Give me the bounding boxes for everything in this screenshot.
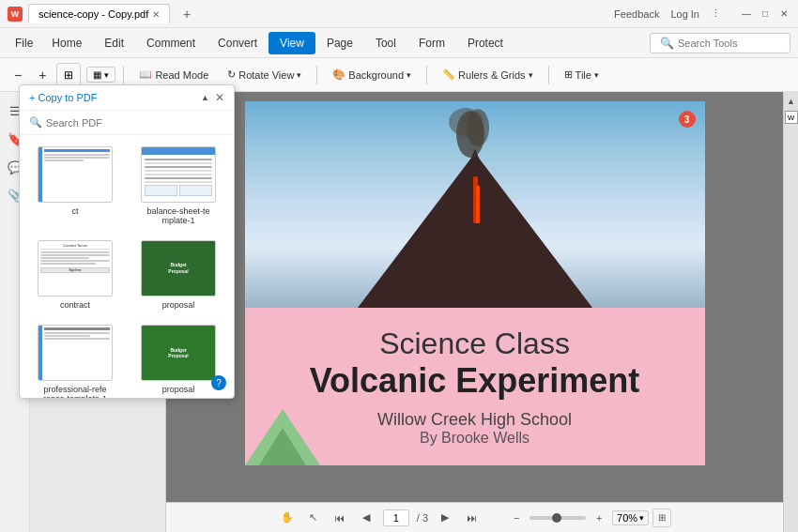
display-icon: ▦: [93, 69, 101, 80]
menu-page[interactable]: Page: [315, 32, 364, 54]
pdf-page: 3 Science Class Volcanic Experiment Will…: [245, 101, 705, 465]
rulers-grids-button[interactable]: 📏 Rulers & Grids ▾: [435, 65, 541, 84]
toolbar-separator-2: [316, 66, 317, 84]
popup-item-budget[interactable]: Budget Proposal proposal: [130, 236, 226, 313]
popup-grid: ct: [20, 135, 234, 398]
search-tools-input[interactable]: [678, 38, 780, 49]
rotate-caret: ▾: [297, 70, 301, 80]
menu-tool[interactable]: Tool: [364, 32, 407, 54]
first-page-button[interactable]: ⏮: [330, 509, 349, 527]
last-page-button[interactable]: ⏭: [462, 509, 481, 527]
popup-label-balance: balance-sheet-template-1: [146, 206, 209, 225]
view-options-button[interactable]: ⊞: [56, 63, 81, 87]
menu-view[interactable]: View: [269, 32, 315, 54]
svg-point-4: [449, 108, 483, 136]
menu-items: Home Edit Comment Convert View Page Tool…: [40, 32, 514, 54]
popup-label-proposal: proposal: [162, 385, 195, 394]
title-bar-left: W science-copy - Copy.pdf ✕ +: [8, 4, 198, 23]
tile-button[interactable]: ⊞ Tile ▾: [557, 65, 606, 84]
pdf-subtitle: Volcanic Experiment: [264, 361, 686, 401]
feedback-link[interactable]: Feedback: [614, 8, 659, 20]
popup-item-contract[interactable]: Contact Terms Sign here contract: [27, 236, 123, 313]
contract-thumb: Contact Terms Sign here: [38, 241, 112, 296]
badge-3: 3: [679, 111, 696, 128]
background-button[interactable]: 🎨 Background ▾: [325, 65, 419, 84]
app-tab[interactable]: science-copy - Copy.pdf ✕: [28, 4, 170, 23]
zoom-out-nav-button[interactable]: −: [507, 509, 526, 527]
bg-caret: ▾: [407, 70, 411, 80]
popup-header: + Copy to PDF ▲ ✕: [20, 85, 234, 111]
hand-tool-button[interactable]: ✋: [278, 509, 297, 527]
popup-item-professional[interactable]: professional-reference-template-1: [27, 321, 123, 398]
popup-help-button[interactable]: ?: [211, 375, 226, 390]
search-tools-bar[interactable]: 🔍: [650, 33, 790, 53]
page-input[interactable]: [383, 509, 409, 526]
popup-label-contract: contract: [60, 300, 90, 310]
app-icon: W: [8, 7, 23, 22]
menu-home[interactable]: Home: [40, 32, 93, 54]
svg-marker-1: [358, 153, 592, 308]
popup-close-button[interactable]: ✕: [215, 91, 224, 104]
rotate-view-button[interactable]: ↻ Rotate View ▾: [220, 65, 309, 84]
new-tab-button[interactable]: +: [176, 5, 198, 23]
maximize-button[interactable]: □: [759, 8, 772, 21]
fit-page-button[interactable]: ⊞: [652, 509, 671, 527]
menu-edit[interactable]: Edit: [93, 32, 135, 54]
read-mode-button[interactable]: 📖 Read Mode: [131, 65, 216, 84]
popup-scroll-up[interactable]: ▲: [201, 91, 209, 104]
panel-icon-button[interactable]: W: [785, 111, 798, 124]
menu-file[interactable]: File: [8, 33, 40, 53]
zoom-percent-select[interactable]: 70% ▾: [612, 510, 649, 525]
display-mode-button[interactable]: ▦ ▾: [86, 67, 115, 83]
zoom-out-button[interactable]: −: [8, 65, 28, 85]
menu-protect[interactable]: Protect: [456, 32, 514, 54]
menu-comment[interactable]: Comment: [135, 32, 207, 54]
zoom-in-button[interactable]: +: [32, 65, 53, 85]
menu-bar: File Home Edit Comment Convert View Page…: [0, 28, 798, 58]
proposal-thumb: BudgetProposal: [142, 326, 215, 380]
popup-label-professional: professional-reference-template-1: [43, 385, 107, 398]
window-controls: — □ ✕: [740, 8, 790, 21]
page-separator: / 3: [417, 512, 428, 524]
zoom-control: − + 70% ▾ ⊞: [507, 509, 671, 527]
popup-label-ct: ct: [71, 206, 78, 216]
zoom-percent-label: 70%: [617, 512, 637, 524]
pdf-nav-bar: ✋ ↖ ⏮ ◀ / 3 ▶ ⏭ − + 70% ▾ ⊞: [166, 502, 783, 532]
copy-to-pdf-button[interactable]: + Copy to PDF: [29, 92, 97, 103]
popup-search-input[interactable]: [46, 117, 224, 129]
popup-thumb-ct: [38, 146, 113, 203]
popup-search-bar: 🔍: [20, 111, 234, 135]
tile-caret: ▾: [594, 70, 599, 80]
zoom-in-nav-button[interactable]: +: [590, 509, 608, 527]
minimize-button[interactable]: —: [740, 8, 753, 21]
prev-page-button[interactable]: ◀: [357, 509, 376, 527]
pdf-volcano-image: 3: [245, 101, 705, 308]
search-icon: 🔍: [660, 37, 674, 50]
popup-thumb-proposal: BudgetProposal: [141, 325, 216, 381]
popup-item-ct[interactable]: ct: [27, 143, 123, 229]
close-button[interactable]: ✕: [777, 8, 790, 21]
svg-rect-6: [476, 186, 480, 223]
more-options-button[interactable]: ⋮: [711, 8, 721, 20]
volcano-svg: [245, 101, 705, 308]
next-page-button[interactable]: ▶: [436, 509, 454, 527]
zoom-caret: ▾: [639, 513, 644, 523]
right-panel-top-button[interactable]: ▲: [786, 96, 797, 107]
menu-form[interactable]: Form: [407, 32, 456, 54]
zoom-slider[interactable]: [529, 516, 586, 520]
pdf-main-title: Science Class: [264, 327, 686, 361]
rulers-caret: ▾: [529, 70, 533, 80]
popup-search-icon: 🔍: [29, 116, 42, 129]
display-caret: ▾: [104, 70, 109, 80]
zoom-thumb: [552, 513, 561, 523]
rotate-icon: ↻: [227, 68, 236, 81]
tab-title: science-copy - Copy.pdf: [38, 8, 148, 20]
pdf-pink-section: Science Class Volcanic Experiment Willow…: [245, 308, 705, 465]
select-tool-button[interactable]: ↖: [304, 509, 323, 527]
popup-label-budget: proposal: [162, 300, 195, 310]
popup-item-balance[interactable]: balance-sheet-template-1: [130, 143, 226, 229]
title-bar-right: Feedback Log In ⋮ — □ ✕: [614, 8, 790, 21]
login-link[interactable]: Log In: [670, 8, 699, 20]
tab-close-button[interactable]: ✕: [152, 9, 160, 20]
menu-convert[interactable]: Convert: [207, 32, 269, 54]
